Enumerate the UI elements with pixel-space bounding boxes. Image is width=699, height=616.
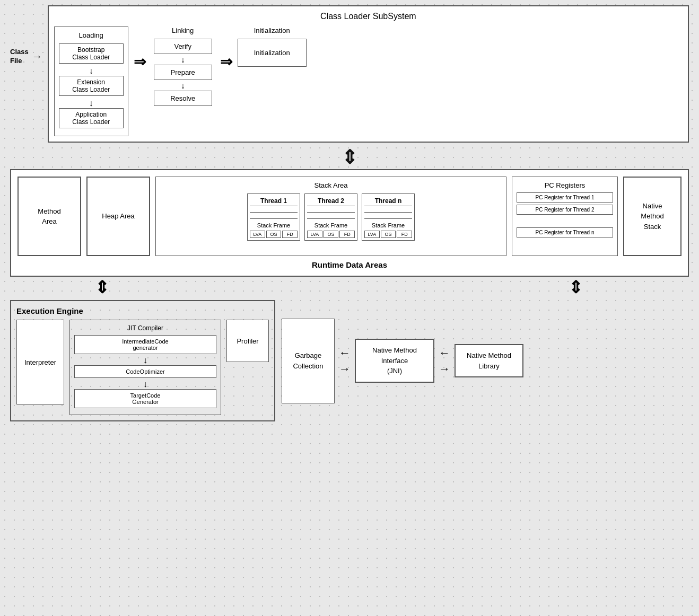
thread-2-lva-row: LVA OS FD bbox=[307, 231, 355, 238]
thread-1-line2 bbox=[250, 213, 298, 219]
thread-n-col: Thread n Stack Frame LVA OS FD bbox=[362, 193, 415, 241]
thread-2-line1 bbox=[307, 206, 355, 213]
thread-1-lva-row: LVA OS FD bbox=[250, 231, 298, 238]
right-arrow-gc: → bbox=[339, 362, 351, 376]
thread-2-col: Thread 2 Stack Frame LVA OS FD bbox=[304, 193, 357, 241]
runtime-title: Runtime Data Areas bbox=[18, 260, 681, 269]
thread-n-line2 bbox=[364, 213, 412, 219]
double-arrows-nmi-nml: ← → bbox=[439, 346, 450, 376]
class-file-input: ClassFile → bbox=[10, 48, 42, 66]
thread-2-title: Thread 2 bbox=[307, 196, 355, 206]
prepare-item: Prepare bbox=[154, 65, 212, 80]
interpreter-box: Interpreter bbox=[16, 320, 64, 404]
interpreter-label: Interpreter bbox=[24, 358, 56, 366]
pc-registers-box: PC Registers PC Register for Thread 1 PC… bbox=[512, 177, 618, 256]
method-area-box: MethodArea bbox=[18, 177, 81, 256]
linking-to-init-arrow: ⇒ bbox=[220, 53, 232, 71]
linking-title: Linking bbox=[172, 27, 194, 34]
thread-1-col: Thread 1 Stack Frame LVA OS FD bbox=[247, 193, 300, 241]
jit-compiler-box: JIT Compiler IntermediateCodegenerator ↓… bbox=[69, 320, 221, 415]
jit-intermediate: IntermediateCodegenerator bbox=[74, 335, 216, 354]
runtime-section: MethodArea Heap Area Stack Area Thread 1… bbox=[10, 169, 689, 277]
thread-n-title: Thread n bbox=[364, 196, 412, 206]
thread-2-lva: LVA bbox=[307, 231, 322, 238]
jit-optimizer: CodeOptimizer bbox=[74, 365, 216, 378]
left-big-arrow: ⇕ bbox=[95, 279, 109, 296]
native-library-label: Native MethodLibrary bbox=[467, 350, 511, 371]
double-arrows-gc-nmi: ← → bbox=[339, 346, 351, 376]
thread-1-stack-frame: Stack Frame bbox=[250, 221, 298, 230]
linking-column: Linking Verify ↓ Prepare ↓ Resolve bbox=[151, 27, 215, 107]
native-method-interface-box: Native MethodInterface(JNI) bbox=[355, 339, 434, 383]
garbage-collection-box: GarbageCollection bbox=[282, 319, 335, 403]
bootstrap-class-loader: BootstrapClass Loader bbox=[59, 43, 124, 64]
thread-n-fd: FD bbox=[397, 231, 412, 238]
thread-2-stack-frame: Stack Frame bbox=[307, 221, 355, 230]
thread-1-title: Thread 1 bbox=[250, 196, 298, 206]
jit-down-arrow1: ↓ bbox=[74, 356, 216, 365]
profiler-label: Profiler bbox=[237, 337, 258, 345]
native-method-library-box: Native MethodLibrary bbox=[455, 344, 523, 377]
runtime-exec-arrows: ⇕ ⇕ bbox=[10, 279, 689, 296]
verify-item: Verify bbox=[154, 39, 212, 54]
gc-and-native-row: GarbageCollection ← → Native MethodInter… bbox=[282, 300, 478, 421]
thread-1-line1 bbox=[250, 206, 298, 213]
pc-thread1: PC Register for Thread 1 bbox=[517, 192, 613, 203]
native-interface-label: Native MethodInterface(JNI) bbox=[372, 345, 417, 376]
initialization-box: Initialization bbox=[238, 39, 307, 67]
application-class-loader: ApplicationClass Loader bbox=[59, 108, 124, 128]
extension-class-loader: ExtensionClass Loader bbox=[59, 76, 124, 96]
loading-title: Loading bbox=[59, 31, 124, 39]
down-arrow-4: ↓ bbox=[181, 82, 185, 90]
right-big-arrow: ⇕ bbox=[569, 279, 583, 296]
down-arrow-3: ↓ bbox=[181, 56, 185, 64]
heap-area-box: Heap Area bbox=[86, 177, 150, 256]
garbage-collection-label: GarbageCollection bbox=[293, 350, 323, 371]
initialization-column: Initialization Initialization bbox=[238, 27, 307, 67]
execution-engine-box: Execution Engine Interpreter JIT Compile… bbox=[10, 300, 275, 421]
nmi-nml-arrows: ← → bbox=[438, 346, 451, 376]
thread-2-os: OS bbox=[324, 231, 339, 238]
stack-area-title: Stack Area bbox=[160, 181, 502, 189]
pc-threadn: PC Register for Thread n bbox=[517, 227, 613, 237]
right-arrow-nmi: → bbox=[439, 362, 450, 376]
profiler-box: Profiler bbox=[226, 320, 269, 362]
thread-1-lva: LVA bbox=[250, 231, 265, 238]
exec-inner: Interpreter JIT Compiler IntermediateCod… bbox=[16, 320, 269, 415]
pc-registers-title: PC Registers bbox=[517, 181, 613, 189]
thread-n-lva-row: LVA OS FD bbox=[364, 231, 412, 238]
jit-title: JIT Compiler bbox=[74, 324, 216, 332]
jit-down-arrow2: ↓ bbox=[74, 380, 216, 389]
execution-engine-title: Execution Engine bbox=[16, 306, 269, 315]
resolve-item: Resolve bbox=[154, 91, 212, 106]
native-method-stack-label: NativeMethodStack bbox=[641, 201, 663, 232]
class-loader-inner: Loading BootstrapClass Loader ↓ Extensio… bbox=[54, 27, 683, 136]
down-arrow-1: ↓ bbox=[59, 67, 124, 75]
thread-2-fd: FD bbox=[339, 231, 355, 238]
class-loader-box: Class Loader SubSystem Loading Bootstrap… bbox=[48, 5, 689, 143]
threads-row: Thread 1 Stack Frame LVA OS FD Thread 2 bbox=[160, 193, 502, 241]
loading-column: Loading BootstrapClass Loader ↓ Extensio… bbox=[54, 27, 128, 136]
runtime-inner: MethodArea Heap Area Stack Area Thread 1… bbox=[18, 177, 681, 256]
left-arrow-gc: ← bbox=[339, 346, 351, 360]
thread-n-lva: LVA bbox=[364, 231, 380, 238]
thread-n-stack-frame: Stack Frame bbox=[364, 221, 412, 230]
initialization-title: Initialization bbox=[254, 27, 290, 34]
class-loader-title: Class Loader SubSystem bbox=[54, 12, 683, 21]
class-file-arrow: → bbox=[32, 50, 42, 63]
down-arrow-2: ↓ bbox=[59, 99, 124, 108]
jvm-architecture-diagram: ClassFile → Class Loader SubSystem Loadi… bbox=[10, 5, 689, 421]
heap-area-label: Heap Area bbox=[102, 211, 134, 222]
pc-thread2: PC Register for Thread 2 bbox=[517, 205, 613, 215]
left-arrow-nmi: ← bbox=[439, 346, 450, 360]
cls-to-runtime-arrow: ⇕ bbox=[10, 148, 689, 167]
big-double-arrow-1: ⇕ bbox=[342, 148, 357, 167]
gc-nmi-arrows: ← → bbox=[338, 346, 352, 376]
native-method-stack-box: NativeMethodStack bbox=[623, 177, 681, 256]
thread-1-fd: FD bbox=[282, 231, 298, 238]
pc-spacer bbox=[517, 217, 613, 227]
thread-2-line2 bbox=[307, 213, 355, 219]
thread-1-os: OS bbox=[266, 231, 282, 238]
thread-n-os: OS bbox=[381, 231, 396, 238]
stack-area-box: Stack Area Thread 1 Stack Frame LVA OS F… bbox=[155, 177, 506, 256]
